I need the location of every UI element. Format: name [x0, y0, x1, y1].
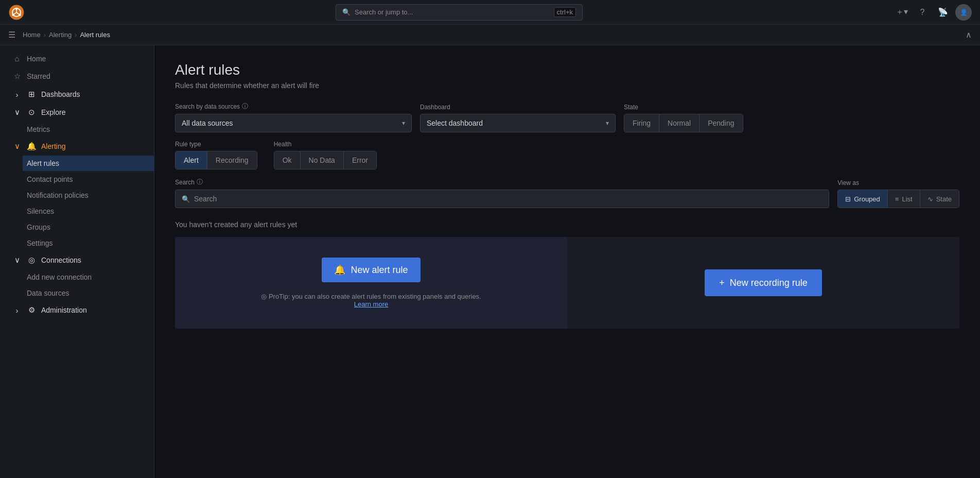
health-btn-error[interactable]: Error — [344, 151, 376, 169]
sidebar-label-notification-policies: Notification policies — [27, 191, 89, 199]
sidebar-label-home: Home — [27, 55, 46, 63]
sidebar-label-administration: Administration — [41, 306, 87, 314]
filter-row-1: Search by data sources ⓘ All data source… — [175, 102, 959, 132]
sidebar-item-home[interactable]: ⌂ Home — [4, 50, 150, 67]
sidebar-item-administration[interactable]: › ⚙ Administration — [4, 301, 150, 319]
search-area: 🔍 Search or jump to... ctrl+k — [29, 4, 889, 21]
sidebar-item-data-sources[interactable]: Data sources — [23, 285, 154, 301]
rule-type-btn-alert[interactable]: Alert — [176, 151, 207, 169]
administration-icon: ⚙ — [27, 305, 36, 315]
filter-datasources-select[interactable]: All data sources ▾ — [175, 114, 412, 132]
plus-icon: ＋▾ — [896, 7, 908, 18]
sidebar-item-silences[interactable]: Silences — [23, 203, 154, 219]
sidebar-label-contact-points: Contact points — [27, 175, 73, 183]
filter-health-group: Health Ok No Data Error — [274, 141, 377, 169]
ruletype-buttons-group: Alert Recording — [175, 151, 257, 169]
alerting-icon: 🔔 — [27, 142, 36, 151]
breadcrumb-current: Alert rules — [80, 31, 110, 39]
filter-dashboard-select[interactable]: Select dashboard ▾ — [420, 114, 616, 132]
sidebar-label-add-new-connection: Add new connection — [27, 273, 92, 281]
grouped-icon: ⊟ — [845, 195, 851, 203]
search-shortcut: ctrl+k — [554, 7, 576, 17]
filter-health-label: Health — [274, 141, 377, 148]
sidebar-label-starred: Starred — [27, 72, 50, 80]
search-input-wrap: 🔍 — [175, 190, 829, 208]
sidebar-item-alert-rules[interactable]: Alert rules — [23, 156, 154, 171]
sidebar-item-contact-points[interactable]: Contact points — [23, 172, 154, 187]
sidebar-item-explore[interactable]: ∨ ⊙ Explore — [4, 104, 150, 121]
state-buttons-group: Firing Normal Pending — [624, 114, 743, 132]
topbar-right: ＋▾ ? 📡 👤 — [894, 4, 972, 21]
sidebar-label-settings: Settings — [27, 239, 53, 247]
protip-learn-more-link[interactable]: Learn more — [354, 300, 388, 308]
explore-collapse-icon: ∨ — [12, 108, 22, 117]
sidebar-item-connections[interactable]: ∨ ◎ Connections — [4, 251, 150, 269]
new-alert-rule-button[interactable]: 🔔 New alert rule — [322, 258, 420, 282]
filter-datasources-value: All data sources — [182, 119, 233, 127]
dashboards-collapse-icon: › — [12, 90, 22, 99]
sidebar-item-notification-policies[interactable]: Notification policies — [23, 187, 154, 203]
protip-text: ◎ ProTip: you can also create alert rule… — [261, 293, 481, 308]
search-placeholder-text: Search or jump to... — [355, 8, 413, 16]
filter-ruletype-label: Rule type — [175, 141, 257, 148]
add-menu-button[interactable]: ＋▾ — [894, 4, 910, 21]
sidebar-item-metrics[interactable]: Metrics — [23, 122, 154, 137]
list-icon: ≡ — [895, 195, 899, 203]
breadcrumb-collapse-icon[interactable]: ∧ — [966, 30, 972, 40]
sidebar-label-alerting: Alerting — [41, 142, 65, 150]
sidebar-item-groups[interactable]: Groups — [23, 219, 154, 235]
filter-datasources-label: Search by data sources ⓘ — [175, 102, 412, 111]
breadcrumb-sep-1: › — [44, 31, 46, 39]
search-icon: 🔍 — [342, 8, 351, 16]
health-buttons-group: Ok No Data Error — [274, 151, 377, 169]
sidebar-item-starred[interactable]: ☆ Starred — [4, 67, 150, 85]
sidebar-label-dashboards: Dashboards — [41, 90, 80, 98]
sidebar-item-settings[interactable]: Settings — [23, 235, 154, 251]
sidebar-label-metrics: Metrics — [27, 125, 50, 133]
sidebar-item-alerting[interactable]: ∨ 🔔 Alerting — [4, 138, 150, 155]
global-search-bar[interactable]: 🔍 Search or jump to... ctrl+k — [336, 4, 583, 21]
user-avatar[interactable]: 👤 — [955, 4, 972, 21]
rule-type-btn-recording[interactable]: Recording — [207, 151, 257, 169]
topbar: 🔍 Search or jump to... ctrl+k ＋▾ ? 📡 👤 — [0, 0, 980, 25]
search-input[interactable] — [194, 195, 822, 203]
breadcrumb-bar: ☰ Home › Alerting › Alert rules ∧ — [0, 25, 980, 45]
datasources-info-icon: ⓘ — [242, 102, 248, 111]
filter-dashboard-group: Dashboard Select dashboard ▾ — [420, 104, 616, 132]
cta-area: 🔔 New alert rule ◎ ProTip: you can also … — [175, 237, 959, 329]
dashboard-select-arrow: ▾ — [606, 120, 609, 127]
filter-dashboard-value: Select dashboard — [427, 119, 483, 127]
main-content: Alert rules Rules that determine whether… — [154, 45, 980, 478]
search-row: Search ⓘ 🔍 View as ⊟ Grouped ≡ — [175, 178, 959, 208]
home-icon: ⌂ — [12, 54, 22, 63]
bell-icon: 🔔 — [334, 264, 345, 276]
page-subtitle: Rules that determine whether an alert wi… — [175, 81, 959, 90]
sidebar-item-dashboards[interactable]: › ⊞ Dashboards — [4, 86, 150, 103]
sidebar-label-silences: Silences — [27, 207, 54, 215]
filter-state-label: State — [624, 104, 743, 111]
help-button[interactable]: ? — [914, 4, 931, 21]
state-btn-normal[interactable]: Normal — [659, 114, 699, 132]
sidebar-toggle-icon[interactable]: ☰ — [8, 30, 15, 40]
view-as-btn-state[interactable]: ∿ State — [920, 190, 959, 208]
filter-datasources-group: Search by data sources ⓘ All data source… — [175, 102, 412, 132]
health-btn-no-data[interactable]: No Data — [301, 151, 344, 169]
state-btn-firing[interactable]: Firing — [624, 114, 659, 132]
sidebar-label-data-sources: Data sources — [27, 289, 69, 297]
page-title: Alert rules — [175, 62, 959, 78]
sidebar-item-add-new-connection[interactable]: Add new connection — [23, 269, 154, 285]
search-icon: 🔍 — [182, 195, 190, 203]
breadcrumb-home[interactable]: Home — [23, 31, 41, 39]
view-as-buttons-group: ⊟ Grouped ≡ List ∿ State — [837, 190, 959, 208]
view-as-btn-grouped[interactable]: ⊟ Grouped — [838, 190, 888, 208]
filter-ruletype-group: Rule type Alert Recording — [175, 141, 257, 169]
empty-state-text: You haven't created any alert rules yet — [175, 220, 959, 229]
search-filter-group: Search ⓘ 🔍 — [175, 178, 829, 208]
breadcrumb-alerting[interactable]: Alerting — [49, 31, 72, 39]
health-btn-ok[interactable]: Ok — [274, 151, 301, 169]
view-as-btn-list[interactable]: ≡ List — [888, 190, 920, 208]
search-label: Search ⓘ — [175, 178, 829, 186]
state-btn-pending[interactable]: Pending — [699, 114, 742, 132]
new-recording-rule-button[interactable]: + New recording rule — [705, 269, 822, 296]
news-button[interactable]: 📡 — [935, 4, 951, 21]
